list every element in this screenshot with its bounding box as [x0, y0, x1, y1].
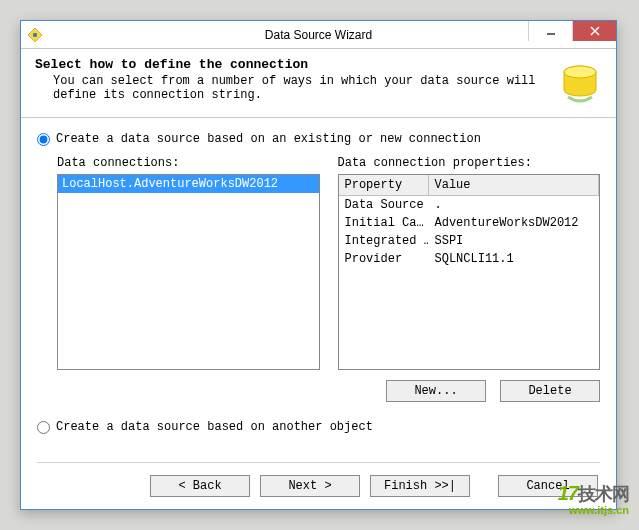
back-button[interactable]: < Back	[150, 475, 250, 497]
column-header-value: Value	[429, 175, 600, 195]
window-buttons	[528, 21, 616, 41]
header-subtitle: You can select from a number of ways in …	[35, 74, 550, 102]
option-another-object-label: Create a data source based on another ob…	[56, 420, 373, 434]
option-another-object[interactable]: Create a data source based on another ob…	[37, 420, 600, 434]
titlebar: Data Source Wizard	[21, 21, 616, 49]
database-icon	[558, 61, 602, 105]
list-item[interactable]: LocalHost.AdventureWorksDW2012	[58, 175, 319, 193]
wizard-nav-buttons: < Back Next > Finish >>| Cancel	[150, 475, 598, 497]
svg-point-6	[564, 66, 596, 78]
svg-rect-1	[33, 33, 37, 37]
table-row: Integrated … SSPI	[339, 232, 600, 250]
new-button[interactable]: New...	[386, 380, 486, 402]
option-existing-connection[interactable]: Create a data source based on an existin…	[37, 132, 600, 146]
header-title: Select how to define the connection	[35, 57, 550, 72]
cancel-button[interactable]: Cancel	[498, 475, 598, 497]
window-title: Data Source Wizard	[21, 28, 616, 42]
table-row: Provider SQLNCLI11.1	[339, 250, 600, 268]
table-row: Initial Ca… AdventureWorksDW2012	[339, 214, 600, 232]
delete-button[interactable]: Delete	[500, 380, 600, 402]
option-existing-label: Create a data source based on an existin…	[56, 132, 481, 146]
data-connections-list[interactable]: LocalHost.AdventureWorksDW2012	[57, 174, 320, 370]
table-row: Data Source .	[339, 196, 600, 214]
wizard-window: Data Source Wizard Select how to define …	[20, 20, 617, 510]
connection-properties-grid: Property Value Data Source . Initial Ca……	[338, 174, 601, 370]
column-header-property: Property	[339, 175, 429, 195]
radio-existing[interactable]	[37, 133, 50, 146]
divider	[37, 462, 600, 463]
system-icon	[27, 27, 43, 43]
next-button[interactable]: Next >	[260, 475, 360, 497]
radio-another-object[interactable]	[37, 421, 50, 434]
minimize-button[interactable]	[528, 21, 572, 41]
wizard-header: Select how to define the connection You …	[21, 49, 616, 118]
wizard-body: Create a data source based on an existin…	[21, 118, 616, 454]
connection-properties-label: Data connection properties:	[338, 156, 601, 170]
data-connections-label: Data connections:	[57, 156, 320, 170]
finish-button[interactable]: Finish >>|	[370, 475, 470, 497]
close-button[interactable]	[572, 21, 616, 41]
